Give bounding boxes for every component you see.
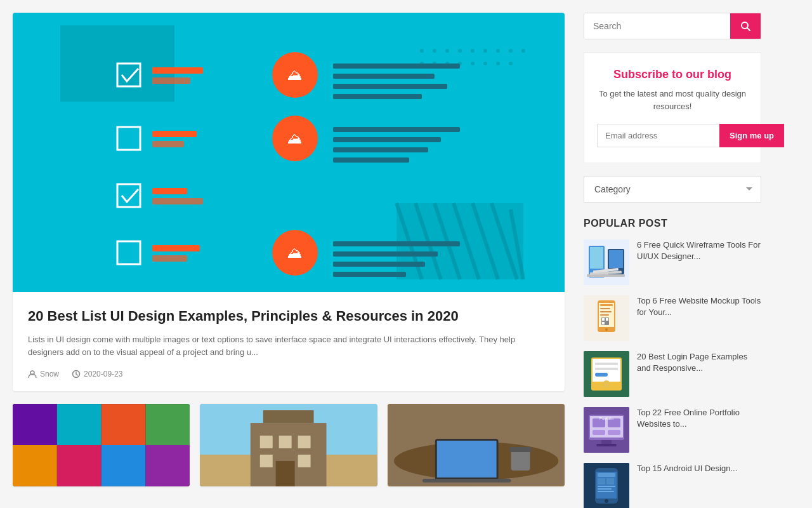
svg-rect-44 [333,157,409,163]
svg-point-25 [496,62,500,65]
svg-rect-60 [13,404,57,445]
popular-post-text-4: Top 22 Free Online Portfolio Websites to… [637,407,761,430]
popular-post-item-2[interactable]: Top 6 Free Website Mockup Tools for Your… [584,295,761,341]
svg-rect-42 [333,137,441,142]
post-date: 2020-09-23 [72,370,122,378]
svg-rect-41 [333,127,460,132]
svg-point-24 [483,62,487,65]
svg-rect-67 [145,445,190,486]
svg-rect-47 [152,198,203,204]
svg-text:⛰: ⛰ [287,244,303,261]
subscribe-form: Sign me up [597,124,748,147]
search-icon [740,21,750,31]
svg-rect-110 [595,363,618,365]
svg-line-86 [747,28,750,30]
svg-rect-66 [102,445,146,486]
svg-rect-89 [590,247,603,269]
small-post-card-1[interactable] [13,404,190,486]
svg-rect-28 [152,67,203,74]
svg-rect-54 [333,251,438,257]
svg-rect-32 [333,64,460,69]
svg-rect-118 [596,444,617,446]
svg-rect-122 [608,430,620,435]
svg-point-127 [605,499,608,503]
svg-rect-43 [333,147,428,152]
featured-illustration: ⛰ ⛰ [13,13,565,292]
svg-rect-81 [436,441,496,478]
svg-point-26 [509,62,513,65]
popular-post-text-2: Top 6 Free Website Mockup Tools for Your… [637,295,761,318]
svg-rect-74 [298,436,311,448]
post-meta: Snow 2020-09-23 [28,370,549,378]
svg-point-16 [496,49,500,53]
svg-text:⛰: ⛰ [287,130,303,147]
popular-post-thumb-1 [584,239,629,285]
svg-rect-63 [145,404,190,445]
featured-post-card: ⛰ ⛰ [13,13,565,391]
popular-post-thumb-2 [584,295,629,341]
svg-rect-106 [602,322,605,324]
sign-up-button[interactable]: Sign me up [719,124,784,147]
popular-post-text-3: 20 Best Login Page Examples and Responsi… [637,351,761,374]
svg-rect-53 [333,241,460,246]
svg-rect-72 [260,436,273,448]
popular-post-item-3[interactable]: 20 Best Login Page Examples and Responsi… [584,351,761,397]
svg-rect-111 [595,368,618,370]
svg-point-11 [433,49,436,53]
search-button[interactable] [730,13,761,39]
svg-rect-102 [600,314,609,316]
svg-rect-61 [57,404,102,445]
svg-rect-29 [152,77,190,84]
svg-rect-101 [600,311,612,312]
svg-rect-34 [333,84,447,89]
svg-rect-84 [509,447,531,452]
popular-post-item-4[interactable]: Portfolio Top 22 Free Online Portfolio W… [584,407,761,453]
svg-rect-129 [598,478,605,485]
svg-rect-100 [600,308,610,309]
popular-post-item-1[interactable]: 6 Free Quick Wireframe Tools For UI/UX D… [584,239,761,285]
svg-rect-37 [152,131,197,137]
svg-point-17 [509,49,513,53]
featured-post-title[interactable]: 20 Best List UI Design Examples, Princip… [28,307,549,326]
svg-rect-75 [260,455,273,467]
small-post-image-3 [388,404,565,486]
svg-rect-132 [598,488,612,490]
subscribe-widget: Subscribe to our blog To get the latest … [584,52,761,163]
svg-point-23 [471,62,475,65]
svg-point-10 [420,49,424,53]
svg-text:Portfolio: Portfolio [599,417,614,420]
svg-rect-49 [152,245,200,251]
svg-point-15 [483,49,487,53]
post-grid [13,404,565,486]
small-post-image-1 [13,404,190,486]
author-name: Snow [40,370,59,378]
small-post-image-2 [200,404,377,486]
svg-rect-105 [606,318,608,321]
user-icon [28,370,37,378]
featured-post-image: ⛰ ⛰ [13,13,565,292]
svg-rect-121 [593,430,605,435]
search-widget [584,13,761,39]
svg-rect-55 [333,262,425,267]
svg-point-18 [521,49,525,53]
svg-rect-64 [13,445,57,486]
svg-rect-76 [298,455,311,467]
svg-rect-91 [609,250,623,268]
svg-rect-104 [602,318,605,321]
popular-post-thumb-4: Portfolio [584,407,629,453]
category-select[interactable]: Category UI Design UX Design Web Design … [584,176,761,203]
svg-rect-117 [601,440,612,444]
svg-rect-62 [102,404,146,445]
svg-rect-128 [598,473,615,477]
popular-post-item-5[interactable]: Top 15 Android UI Design... [584,463,761,508]
featured-post-excerpt: Lists in UI design come with multiple im… [28,333,549,360]
small-post-card-2[interactable] [200,404,377,486]
svg-rect-33 [333,74,435,79]
email-input[interactable] [597,124,719,147]
small-post-card-3[interactable] [388,404,565,486]
search-input[interactable] [584,13,730,39]
post-date-value: 2020-09-23 [84,370,122,378]
svg-rect-65 [57,445,102,486]
svg-rect-73 [279,436,292,448]
subscribe-description: To get the latest and most quality desig… [597,88,748,112]
